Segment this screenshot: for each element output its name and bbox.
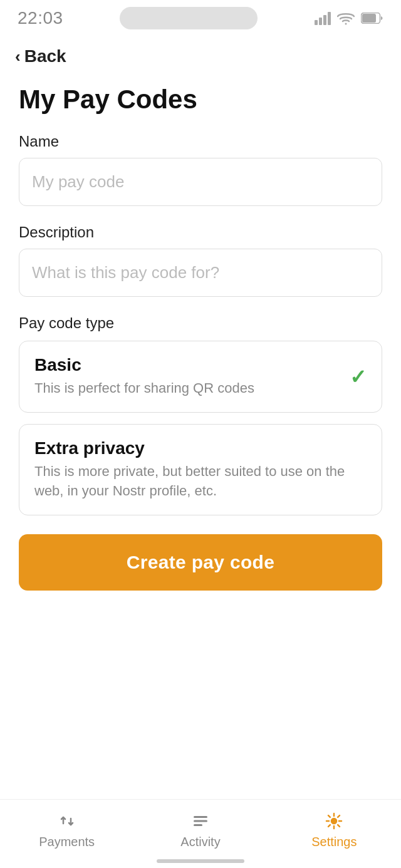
pay-code-type-label: Pay code type [19, 314, 382, 332]
status-icons [315, 11, 383, 25]
type-extra-privacy-option[interactable]: Extra privacy This is more private, but … [19, 424, 382, 515]
activity-tab-label: Activity [180, 835, 220, 849]
activity-icon [190, 811, 211, 831]
settings-icon [324, 811, 344, 831]
type-basic-desc: This is perfect for sharing QR codes [34, 379, 367, 398]
bottom-spacer [0, 591, 401, 672]
type-extra-desc: This is more private, but better suited … [34, 462, 367, 501]
page-title: My Pay Codes [0, 73, 401, 133]
svg-point-4 [345, 23, 346, 25]
form-container: Name Description Pay code type Basic Thi… [0, 133, 401, 515]
home-indicator [157, 859, 244, 863]
svg-rect-3 [328, 12, 331, 25]
svg-rect-2 [323, 15, 326, 25]
name-input[interactable] [19, 158, 382, 206]
status-time: 22:03 [18, 8, 63, 28]
svg-rect-8 [194, 820, 207, 822]
svg-rect-6 [362, 14, 376, 23]
signal-icon [315, 11, 331, 25]
basic-selected-check-icon: ✓ [350, 365, 367, 389]
type-basic-title: Basic [34, 355, 367, 375]
tab-payments[interactable]: Payments [0, 811, 133, 849]
type-basic-option[interactable]: Basic This is perfect for sharing QR cod… [19, 341, 382, 413]
tab-settings[interactable]: Settings [268, 811, 401, 849]
type-extra-title: Extra privacy [34, 438, 367, 458]
status-bar: 22:03 [0, 0, 401, 34]
back-label: Back [24, 46, 66, 66]
wifi-icon [337, 11, 355, 25]
payments-tab-label: Payments [39, 835, 95, 849]
back-nav[interactable]: ‹ Back [0, 34, 401, 73]
svg-rect-1 [319, 18, 322, 25]
back-chevron-icon: ‹ [15, 48, 21, 65]
description-label: Description [19, 224, 382, 241]
payments-icon [57, 811, 77, 831]
battery-icon [361, 13, 383, 24]
create-pay-code-button[interactable]: Create pay code [19, 534, 382, 591]
svg-rect-0 [315, 20, 318, 25]
svg-rect-7 [194, 816, 207, 818]
tab-activity[interactable]: Activity [133, 811, 267, 849]
description-input[interactable] [19, 249, 382, 297]
svg-rect-9 [194, 824, 202, 826]
settings-tab-label: Settings [311, 835, 357, 849]
status-pill [120, 7, 258, 29]
name-label: Name [19, 133, 382, 150]
tab-bar: Payments Activity Settings [0, 799, 401, 868]
